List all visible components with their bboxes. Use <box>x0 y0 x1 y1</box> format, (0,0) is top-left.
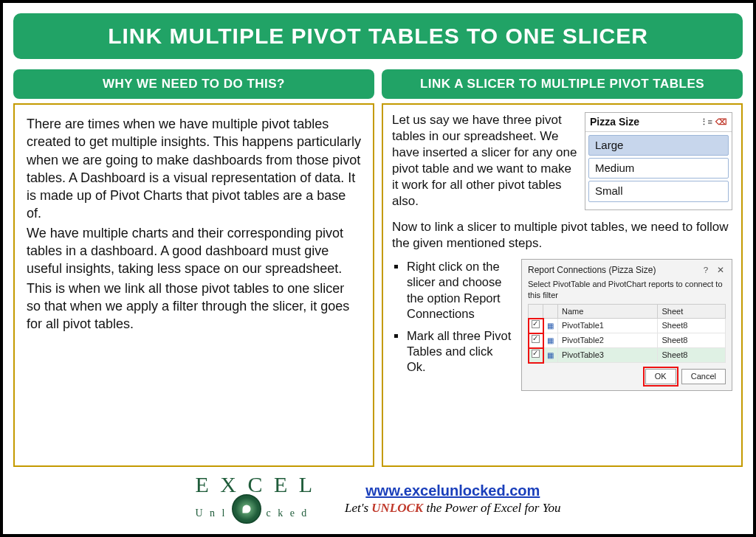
cancel-button[interactable]: Cancel <box>681 369 726 384</box>
row-name: PivotTable3 <box>558 348 658 363</box>
ok-button[interactable]: OK <box>645 369 676 384</box>
dialog-subtitle: Select PivotTable and PivotChart reports… <box>528 279 726 301</box>
help-icon[interactable]: ? <box>701 265 711 275</box>
left-paragraph-3: This is when we link all those pivot tab… <box>27 280 361 333</box>
checkbox-icon[interactable] <box>532 350 540 358</box>
connections-table: Name Sheet ▦ PivotTable1 Sheet8 ▦ <box>528 304 726 363</box>
bottom-row: Right click on the slicer and choose the… <box>392 259 732 391</box>
close-icon[interactable]: ✕ <box>715 265 726 275</box>
pivot-icon: ▦ <box>543 348 558 363</box>
slicer-title: Pizza Size <box>590 115 697 129</box>
col-name: Name <box>558 304 658 319</box>
slicer-header: Pizza Size ⋮≡ ⌫ <box>585 113 732 132</box>
row-name: PivotTable2 <box>558 333 658 348</box>
slicer-item-medium[interactable]: Medium <box>588 158 729 179</box>
pivot-icon: ▦ <box>543 333 558 348</box>
clear-filter-icon[interactable]: ⌫ <box>715 117 727 128</box>
left-paragraph-2: We have multiple charts and their corres… <box>27 224 361 278</box>
dialog-title: Report Connections (Pizza Size) <box>528 264 701 276</box>
slicer-item-small[interactable]: Small <box>588 181 729 201</box>
pivot-icon: ▦ <box>543 319 558 333</box>
dialog-buttons: OK Cancel <box>528 369 726 384</box>
report-connections-dialog: Report Connections (Pizza Size) ? ✕ Sele… <box>521 259 732 391</box>
right-column: LINK A SLICER TO MULTIPLE PIVOT TABLES L… <box>382 69 743 467</box>
col-sheet: Sheet <box>658 304 726 319</box>
row-name: PivotTable1 <box>558 319 658 333</box>
row-sheet: Sheet8 <box>658 348 726 363</box>
footer-tagline: Let's UNLOCK the Power of Excel for You <box>345 501 561 516</box>
tag-post: the Power of Excel for You <box>423 501 560 515</box>
logo-top: E X C E L <box>195 474 315 494</box>
slicer-list: Large Medium Small <box>585 132 732 207</box>
slicer-widget: Pizza Size ⋮≡ ⌫ Large Medium Small <box>585 112 732 210</box>
logo-o-icon <box>232 494 261 524</box>
row-sheet: Sheet8 <box>658 319 726 333</box>
step-1: Right click on the slicer and choose the… <box>407 259 514 322</box>
table-row[interactable]: ▦ PivotTable3 Sheet8 <box>529 348 726 363</box>
left-paragraph-1: There are times when we have multiple pi… <box>27 115 361 223</box>
table-row[interactable]: ▦ PivotTable1 Sheet8 <box>529 319 726 333</box>
page-title: LINK MULTIPLE PIVOT TABLES TO ONE SLICER <box>13 13 743 59</box>
steps-list: Right click on the slicer and choose the… <box>392 259 514 391</box>
checkbox-icon[interactable] <box>532 335 540 343</box>
intro-row: Let us say we have three pivot tables in… <box>392 112 732 210</box>
logo: E X C E L U n l c k e d <box>195 474 315 524</box>
right-header: LINK A SLICER TO MULTIPLE PIVOT TABLES <box>382 69 743 99</box>
footer-link[interactable]: www.excelunlocked.com <box>365 482 540 499</box>
left-column: WHY WE NEED TO DO THIS? There are times … <box>13 69 374 467</box>
dialog-titlebar: Report Connections (Pizza Size) ? ✕ <box>528 264 726 276</box>
slicer-item-large[interactable]: Large <box>588 135 729 156</box>
left-body: There are times when we have multiple pi… <box>13 103 374 467</box>
table-row[interactable]: ▦ PivotTable2 Sheet8 <box>529 333 726 348</box>
multiselect-icon[interactable]: ⋮≡ <box>700 117 712 128</box>
step-2: Mark all three Pivot Tables and click Ok… <box>407 328 514 375</box>
checkbox-icon[interactable] <box>532 320 540 328</box>
tag-pre: Let's <box>345 501 371 515</box>
columns: WHY WE NEED TO DO THIS? There are times … <box>13 69 743 467</box>
mid-text: Now to link a slicer to multiple pivot t… <box>392 219 732 252</box>
footer: E X C E L U n l c k e d www.excelunlocke… <box>13 467 743 524</box>
footer-text: www.excelunlocked.com Let's UNLOCK the P… <box>345 482 561 516</box>
logo-text-block: E X C E L U n l c k e d <box>195 474 315 524</box>
tag-unlock: UNLOCK <box>371 501 423 515</box>
table-header-row: Name Sheet <box>529 304 726 319</box>
left-header: WHY WE NEED TO DO THIS? <box>13 69 374 99</box>
right-body: Let us say we have three pivot tables in… <box>382 103 743 467</box>
intro-text: Let us say we have three pivot tables in… <box>392 112 577 210</box>
row-sheet: Sheet8 <box>658 333 726 348</box>
logo-sub: U n l c k e d <box>195 494 315 524</box>
